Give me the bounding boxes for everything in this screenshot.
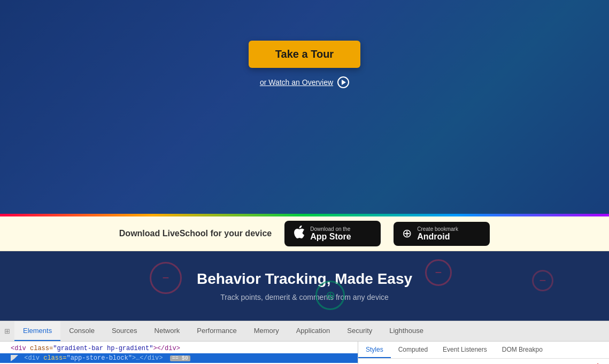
watch-overview-text: or Watch an Overview bbox=[260, 78, 333, 87]
devtools-panel-toggle[interactable]: ⊞ bbox=[0, 321, 14, 341]
apple-icon bbox=[293, 225, 305, 242]
app-store-block: Download LiveSchool for your device Down… bbox=[0, 216, 609, 251]
devtools-main-area: <div class="gradient-bar hp-gradient"></… bbox=[0, 342, 609, 364]
override-bar: Filter vh units to override ➘ bbox=[358, 359, 609, 364]
elements-panel: <div class="gradient-bar hp-gradient"></… bbox=[0, 342, 358, 364]
android-icon: ⊕ bbox=[402, 227, 412, 241]
play-triangle bbox=[342, 80, 346, 85]
tab-security[interactable]: Security bbox=[338, 321, 381, 341]
html-line-appstore-selected[interactable]: <div class="app-store-block">…</div> == … bbox=[0, 353, 358, 363]
styles-tab-dom-breakpo[interactable]: DOM Breakpo bbox=[495, 342, 550, 358]
arrow-icon: ➘ bbox=[596, 360, 605, 364]
behavior-subtitle: Track points, demerit & comments from an… bbox=[220, 293, 389, 301]
html-line-gradient[interactable]: <div class="gradient-bar hp-gradient"></… bbox=[0, 344, 358, 353]
ios-btn-text: Download on the App Store bbox=[310, 226, 351, 242]
gradient-bar bbox=[0, 214, 609, 216]
circle-dec-left: − bbox=[150, 262, 182, 294]
website-hero-area: Take a Tour or Watch an Overview bbox=[0, 0, 609, 214]
play-icon bbox=[337, 76, 349, 88]
app-store-description: Download LiveSchool for your device bbox=[119, 229, 272, 238]
android-btn-small-text: Create bookmark bbox=[417, 226, 458, 232]
circle-dec-right-2: − bbox=[532, 270, 553, 291]
android-btn-text: Create bookmark Android bbox=[417, 226, 458, 242]
tab-sources[interactable]: Sources bbox=[103, 321, 146, 341]
behavior-title: Behavior Tracking, Made Easy bbox=[197, 270, 412, 288]
tab-lighthouse[interactable]: Lighthouse bbox=[381, 321, 432, 341]
override-label: vh units to override bbox=[449, 360, 522, 365]
behavior-section: − ⊕ − − Behavior Tracking, Made Easy Tra… bbox=[0, 251, 609, 321]
tab-performance[interactable]: Performance bbox=[188, 321, 245, 341]
android-bookmark-button[interactable]: ⊕ Create bookmark Android bbox=[394, 222, 490, 246]
tab-network[interactable]: Network bbox=[146, 321, 189, 341]
watch-overview-link[interactable]: or Watch an Overview bbox=[260, 76, 349, 88]
devtools-panel: ⊞ Elements Console Sources Network Perfo… bbox=[0, 321, 609, 364]
triangle-open bbox=[11, 355, 18, 361]
styles-tab-computed[interactable]: Computed bbox=[391, 342, 435, 358]
take-tour-button[interactable]: Take a Tour bbox=[249, 41, 360, 68]
tab-console[interactable]: Console bbox=[60, 321, 103, 341]
android-btn-large-text: Android bbox=[417, 232, 450, 242]
styles-tab-styles[interactable]: Styles bbox=[358, 342, 391, 358]
circle-dec-right-1: − bbox=[425, 259, 452, 286]
ios-btn-small-text: Download on the bbox=[310, 226, 350, 232]
circle-dec-center: ⊕ bbox=[315, 281, 345, 310]
ios-btn-large-text: App Store bbox=[310, 232, 351, 242]
styles-panel: Styles Computed Event Listeners DOM Brea… bbox=[358, 342, 609, 364]
styles-tabs-bar: Styles Computed Event Listeners DOM Brea… bbox=[358, 342, 609, 359]
tab-application[interactable]: Application bbox=[288, 321, 339, 341]
tab-elements[interactable]: Elements bbox=[14, 321, 60, 341]
hero-content: Take a Tour or Watch an Overview bbox=[0, 0, 609, 94]
tab-memory[interactable]: Memory bbox=[245, 321, 288, 341]
styles-tab-event-listeners[interactable]: Event Listeners bbox=[435, 342, 495, 358]
devtools-tabs-bar: ⊞ Elements Console Sources Network Perfo… bbox=[0, 321, 609, 342]
ios-app-store-button[interactable]: Download on the App Store bbox=[284, 221, 381, 246]
